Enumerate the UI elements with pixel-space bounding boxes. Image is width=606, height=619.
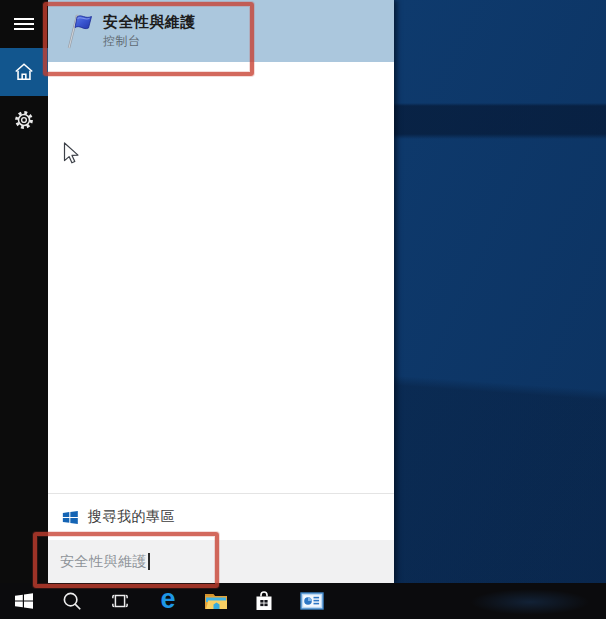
top-result-subtitle: 控制台 bbox=[103, 35, 196, 49]
file-explorer-button[interactable] bbox=[192, 583, 240, 619]
home-tab-button[interactable] bbox=[0, 48, 48, 96]
home-icon bbox=[13, 61, 35, 83]
task-view-icon bbox=[109, 590, 131, 612]
settings-tab-button[interactable] bbox=[0, 96, 48, 144]
search-input[interactable]: 安全性與維護 bbox=[48, 540, 394, 583]
windows-logo-icon bbox=[62, 509, 79, 526]
search-my-stuff-label: 搜尋我的專區 bbox=[88, 508, 175, 526]
top-result-title: 安全性與維護 bbox=[103, 13, 196, 30]
results-empty-area bbox=[48, 62, 394, 493]
app-window-icon bbox=[300, 591, 324, 611]
start-button[interactable] bbox=[0, 583, 48, 619]
search-icon bbox=[61, 590, 83, 612]
edge-icon: e bbox=[160, 586, 175, 613]
taskbar-search-button[interactable] bbox=[48, 583, 96, 619]
store-icon bbox=[253, 589, 275, 613]
hamburger-icon bbox=[14, 18, 34, 30]
search-results-panel: 安全性與維護 控制台 搜尋我的專區 安全性與維護 bbox=[48, 0, 394, 583]
edge-browser-button[interactable]: e bbox=[144, 583, 192, 619]
windows-start-icon bbox=[14, 591, 34, 611]
start-nav-rail bbox=[0, 0, 48, 583]
top-result-item[interactable]: 安全性與維護 控制台 bbox=[48, 0, 394, 62]
task-view-button[interactable] bbox=[96, 583, 144, 619]
search-my-stuff-button[interactable]: 搜尋我的專區 bbox=[48, 494, 394, 540]
store-button[interactable] bbox=[240, 583, 288, 619]
folder-icon bbox=[204, 591, 228, 611]
hamburger-menu-button[interactable] bbox=[0, 0, 48, 48]
gear-icon bbox=[13, 109, 35, 131]
system-app-button[interactable] bbox=[288, 583, 336, 619]
taskbar: e bbox=[0, 583, 606, 619]
security-flag-icon bbox=[58, 11, 94, 51]
text-caret bbox=[148, 553, 150, 570]
search-input-value: 安全性與維護 bbox=[60, 553, 147, 571]
